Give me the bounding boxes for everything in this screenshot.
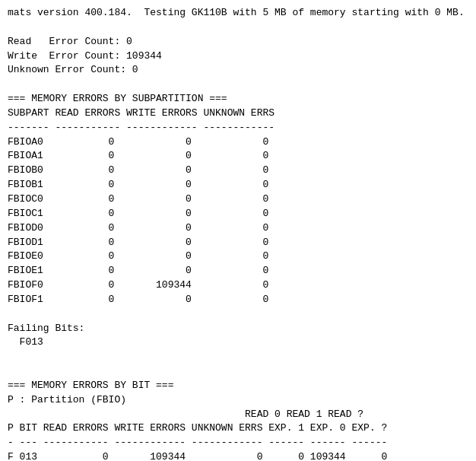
blank-line-2: [8, 78, 14, 90]
table1-row-8: FBIOE0 0 0 0: [8, 250, 268, 262]
write-error-line: Write Error Count: 109344: [8, 50, 162, 62]
section2-note: P : Partition (FBIO): [8, 394, 126, 405]
table1-row-7: FBIOD1 0 0 0: [8, 237, 268, 248]
terminal-output: mats version 400.184. Testing GK110B wit…: [8, 6, 468, 461]
table1-divider: ------- ----------- ------------ -------…: [8, 122, 274, 133]
table1-row-10: FBIOF0 0 109344 0: [8, 279, 268, 291]
failing-bits-label: Failing Bits:: [8, 323, 84, 334]
table1-row-4: FBIOC0 0 0 0: [8, 193, 268, 205]
table1-row-1: FBIOA1 0 0 0: [8, 150, 268, 161]
blank-line-5: [8, 365, 14, 377]
table1-row-11: FBIOF1 0 0 0: [8, 294, 268, 305]
table2-right-header: READ 0 READ 1 READ ?: [8, 409, 363, 420]
blank-line-4: [8, 351, 14, 362]
failing-bits-value: F013: [8, 336, 43, 348]
table1-row-0: FBIOA0 0 0 0: [8, 136, 268, 148]
blank-line-3: [8, 308, 14, 320]
table1-row-9: FBIOE1 0 0 0: [8, 265, 268, 276]
section2-header: === MEMORY ERRORS BY BIT ===: [8, 380, 173, 391]
section1-header: === MEMORY ERRORS BY SUBPARTITION ===: [8, 93, 227, 104]
blank-line-1: [8, 21, 14, 33]
table2-divider: - --- ----------- ------------ ---------…: [8, 437, 387, 448]
unknown-error-line: Unknown Error Count: 0: [8, 64, 138, 75]
table2-col-header: P BIT READ ERRORS WRITE ERRORS UNKNOWN E…: [8, 422, 387, 434]
read-error-line: Read Error Count: 0: [8, 36, 132, 47]
table2-row-0: F 013 0 109344 0 0 109344 0: [8, 451, 387, 461]
header-line: mats version 400.184. Testing GK110B wit…: [8, 7, 465, 18]
table1-row-5: FBIOC1 0 0 0: [8, 208, 268, 219]
table1-row-3: FBIOB1 0 0 0: [8, 179, 268, 190]
table1-row-2: FBIOB0 0 0 0: [8, 164, 268, 176]
table1-row-6: FBIOD0 0 0 0: [8, 222, 268, 234]
table1-col-header: SUBPART READ ERRORS WRITE ERRORS UNKNOWN…: [8, 107, 274, 119]
